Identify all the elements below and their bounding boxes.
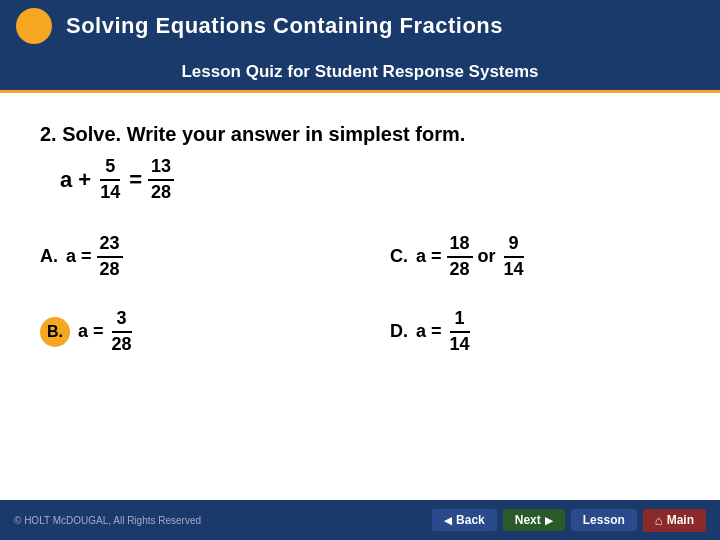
copyright-text: © HOLT McDOUGAL, All Rights Reserved [14, 515, 201, 526]
footer-bar: © HOLT McDOUGAL, All Rights Reserved Bac… [0, 500, 720, 540]
fraction-2: 13 28 [148, 156, 174, 203]
main-content: 2. Solve. Write your answer in simplest … [0, 93, 720, 376]
frac2-denominator: 28 [148, 181, 174, 204]
answer-b-fraction: 3 28 [109, 308, 135, 355]
lesson-button[interactable]: Lesson [571, 509, 637, 531]
answer-d: D. a = 1 14 [390, 308, 680, 355]
back-button[interactable]: Back [432, 509, 497, 531]
answer-b: B. a = 3 28 [40, 308, 330, 355]
answer-c: C. a = 18 28 or 9 14 [390, 233, 680, 280]
fraction-1: 5 14 [97, 156, 123, 203]
answer-a-letter: A. [40, 246, 58, 267]
question-label: 2. Solve. Write your answer in simplest … [40, 123, 680, 146]
answer-c-fraction2: 9 14 [501, 233, 527, 280]
answer-a-eq: a = 23 28 [66, 233, 123, 280]
equation-line: a + 5 14 = 13 28 [60, 156, 680, 203]
next-arrow-icon [545, 513, 553, 527]
main-button[interactable]: Main [643, 509, 706, 532]
answers-grid: A. a = 23 28 C. a = 18 28 or 9 [40, 233, 680, 355]
equation-prefix: a + [60, 167, 91, 193]
answer-b-letter: B. [40, 317, 70, 347]
frac1-denominator: 14 [97, 181, 123, 204]
lesson-subtitle: Lesson Quiz for Student Response Systems [0, 52, 720, 93]
answer-c-letter: C. [390, 246, 408, 267]
answer-b-eq: a = 3 28 [78, 308, 135, 355]
frac2-numerator: 13 [148, 156, 174, 181]
answer-c-eq: a = 18 28 or 9 14 [416, 233, 527, 280]
home-icon [655, 513, 663, 528]
answer-a-fraction: 23 28 [97, 233, 123, 280]
answer-c-fraction: 18 28 [447, 233, 473, 280]
answer-d-eq: a = 1 14 [416, 308, 473, 355]
answer-d-letter: D. [390, 321, 408, 342]
frac1-numerator: 5 [100, 156, 120, 181]
footer-buttons: Back Next Lesson Main [432, 509, 706, 532]
page-title: Solving Equations Containing Fractions [66, 13, 503, 39]
next-button[interactable]: Next [503, 509, 565, 531]
orange-circle-icon [16, 8, 52, 44]
back-arrow-icon [444, 513, 452, 527]
answer-a: A. a = 23 28 [40, 233, 330, 280]
equation-container: a + 5 14 = 13 28 [60, 156, 680, 203]
answer-d-fraction: 1 14 [447, 308, 473, 355]
header-bar: Solving Equations Containing Fractions [0, 0, 720, 52]
equals-sign: = [129, 167, 142, 193]
